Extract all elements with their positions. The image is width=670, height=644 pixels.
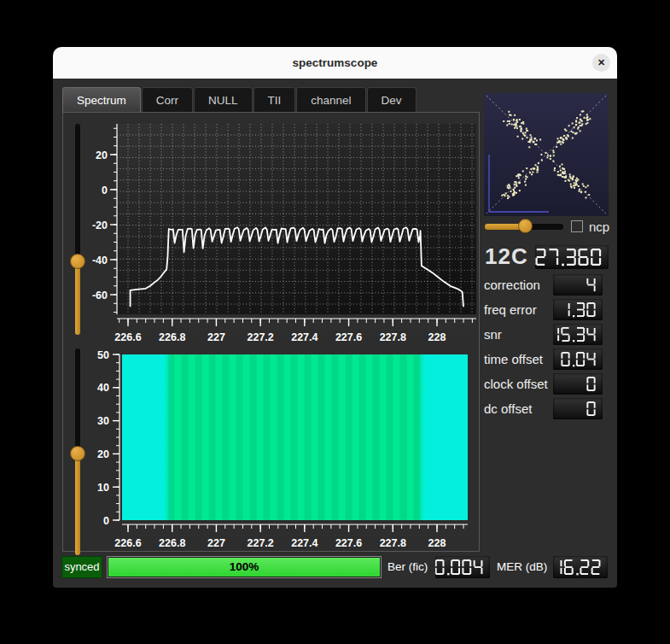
svg-text:227.2: 227.2 <box>248 331 274 343</box>
titlebar[interactable]: spectrumscope ✕ <box>53 47 617 79</box>
window-title: spectrumscope <box>53 47 617 79</box>
waterfall-gain-slider[interactable] <box>69 348 86 555</box>
svg-text:20: 20 <box>96 149 108 161</box>
close-icon[interactable]: ✕ <box>592 54 610 72</box>
svg-text:226.6: 226.6 <box>114 331 141 343</box>
row-label-dc-offset: dc offset <box>484 398 532 419</box>
slider-track[interactable] <box>75 348 80 454</box>
constellation-display <box>484 93 609 216</box>
svg-text:227.8: 227.8 <box>380 331 406 343</box>
sync-status-button[interactable]: synced <box>61 556 102 578</box>
row-lcd-freq-error <box>553 299 603 320</box>
svg-text:20: 20 <box>97 448 109 460</box>
row-label-correction: correction <box>484 274 540 296</box>
tab-spectrum[interactable]: Spectrum <box>62 87 141 112</box>
svg-text:0: 0 <box>102 184 108 196</box>
mer-lcd <box>553 556 608 578</box>
status-rows: correctionfreq errorsnrtime offsetclock … <box>484 274 609 424</box>
svg-text:227.6: 227.6 <box>335 331 362 343</box>
ber-label: Ber (fic) <box>387 556 428 578</box>
tab-bar: SpectrumCorrNULLTIIchannelDev <box>62 87 417 113</box>
slider-handle[interactable] <box>70 446 85 461</box>
svg-text:-20: -20 <box>92 220 108 231</box>
svg-text:227.4: 227.4 <box>291 331 318 343</box>
frequency-lcd <box>535 245 609 269</box>
svg-text:227: 227 <box>207 331 225 343</box>
svg-text:10: 10 <box>97 482 109 494</box>
svg-text:228: 228 <box>428 537 446 549</box>
svg-text:-40: -40 <box>92 255 108 266</box>
svg-text:227.6: 227.6 <box>335 537 362 549</box>
row-label-time-offset: time offset <box>484 348 543 370</box>
slider-handle[interactable] <box>70 254 85 269</box>
tab-dev[interactable]: Dev <box>367 87 417 112</box>
svg-text:227.2: 227.2 <box>248 537 274 549</box>
row-lcd-snr <box>553 324 603 345</box>
svg-text:0: 0 <box>103 515 109 527</box>
fic-progress-bar: 100% <box>107 556 382 578</box>
row-lcd-clock-offset <box>553 373 603 395</box>
svg-text:227: 227 <box>207 537 225 549</box>
tab-channel[interactable]: channel <box>296 87 365 112</box>
row-label-freq-error: freq error <box>484 299 537 320</box>
progress-text: 100% <box>108 557 381 577</box>
svg-text:30: 30 <box>97 415 109 427</box>
channel-label: 12C <box>485 243 528 270</box>
ncp-checkbox[interactable] <box>571 220 583 232</box>
svg-text:40: 40 <box>97 382 109 394</box>
row-lcd-time-offset <box>553 348 603 370</box>
slider-track-filled[interactable] <box>75 454 80 555</box>
slider-track[interactable] <box>75 124 80 261</box>
svg-text:226.6: 226.6 <box>114 537 141 549</box>
svg-text:-60: -60 <box>92 290 108 302</box>
spectrum-plot: 200-20-40-60226.6226.8227227.2227.4227.6… <box>87 117 480 348</box>
mer-label: MER (dB) <box>497 556 547 578</box>
svg-text:50: 50 <box>97 349 109 361</box>
constellation-zoom-slider[interactable] <box>485 219 563 234</box>
tab-null[interactable]: NULL <box>194 87 253 112</box>
spectrum-gain-slider[interactable] <box>69 124 86 335</box>
tab-tii[interactable]: TII <box>253 87 296 112</box>
slider-track-filled[interactable] <box>75 261 80 335</box>
row-lcd-dc-offset <box>553 398 603 419</box>
spectrumscope-window: spectrumscope ✕ SpectrumCorrNULLTIIchann… <box>53 47 617 588</box>
row-label-clock-offset: clock offset <box>484 373 548 395</box>
slider-handle[interactable] <box>518 219 533 233</box>
svg-text:228: 228 <box>428 331 446 343</box>
svg-text:227.8: 227.8 <box>380 537 406 549</box>
tab-corr[interactable]: Corr <box>142 87 193 112</box>
waterfall-plot: 01020304050226.6226.8227227.2227.4227.62… <box>87 348 480 557</box>
svg-text:226.8: 226.8 <box>159 331 185 343</box>
svg-text:227.4: 227.4 <box>291 537 318 549</box>
row-label-snr: snr <box>484 324 502 345</box>
ber-lcd <box>435 556 490 578</box>
row-lcd-correction <box>553 274 603 296</box>
ncp-label: ncp <box>589 220 609 234</box>
svg-text:226.8: 226.8 <box>159 537 185 549</box>
